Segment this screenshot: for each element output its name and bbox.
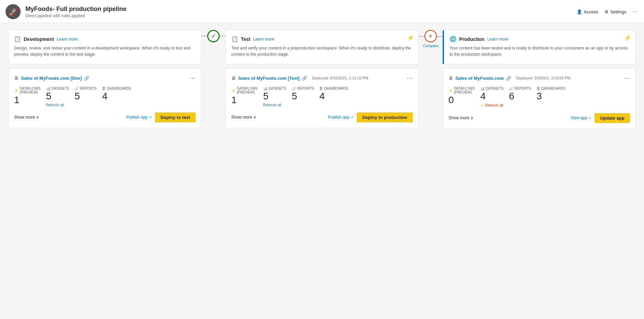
test-stage-wrapper: 📋 Test Learn more Test and verify your c… — [225, 30, 419, 128]
production-workspace-title[interactable]: Sales of MyFoods.com — [455, 76, 504, 81]
dev-deploy-button[interactable]: Deploy to test — [155, 112, 196, 122]
test-show-more[interactable]: Show more ∨ — [231, 115, 256, 120]
dev-dataflows-value: 1 — [14, 94, 20, 106]
test-description: Test and verify your content in a prepro… — [231, 45, 413, 57]
test-workspace-footer: Show more ∨ Publish app ↗ Deploy to prod… — [231, 112, 413, 122]
settings-button[interactable]: ⚙ Settings — [604, 9, 626, 14]
development-workspace-title[interactable]: Sales of MyFoods.com [Dev] — [21, 76, 82, 81]
test-workspace-menu[interactable]: ⋯ — [407, 74, 413, 82]
prod-reports-icon: 📈 — [509, 87, 513, 90]
prod-dataflows-icon: ⚡ — [448, 89, 453, 92]
pipeline-container: 📋 Development Learn more Design, review,… — [0, 23, 644, 319]
production-title: Production — [459, 36, 485, 42]
prod-workspace-icon2: 🔗 — [506, 76, 511, 81]
test-stats-row: ⚡ DATAFLOWS(preview) 1 📊 DATASETS 5 Refr… — [231, 87, 413, 107]
test-workspace-title[interactable]: Sales of MyFoods.com [Test] — [238, 76, 300, 81]
prod-workspace-icon: 🖥 — [448, 75, 453, 81]
dataflows-icon: ⚡ — [14, 89, 18, 92]
prod-dataflows-value: 0 — [448, 94, 454, 106]
prod-stat-dataflows: ⚡ DATAFLOWS(preview) 0 — [448, 87, 475, 106]
prod-external-link-icon: ↗ — [588, 116, 591, 120]
person-icon: 👤 — [577, 9, 582, 14]
prod-reports-value: 6 — [509, 90, 514, 102]
production-learn-more[interactable]: Learn more — [487, 37, 508, 42]
development-workspace-header: 🖥 Sales of MyFoods.com [Dev] 🔗 ⋯ — [14, 74, 196, 82]
production-workspace-card: 🖥 Sales of MyFoods.com 🔗 Deployed: 5/3/2… — [443, 68, 636, 129]
deploy-success-circle: ✓ — [207, 30, 220, 42]
development-title: Development — [24, 36, 54, 42]
dev-dashboards-label: 🎛 DASHBOARDS — [102, 87, 131, 90]
production-settings-icon[interactable]: ⚡ — [624, 34, 631, 41]
header-right: 👤 Access ⚙ Settings ··· — [577, 9, 637, 15]
external-link-icon: ↗ — [149, 116, 152, 119]
prod-refresh-all[interactable]: ⚠ Refresh all — [480, 103, 503, 108]
prod-dashboards-icon: 🎛 — [536, 87, 540, 90]
production-stats-row: ⚡ DATAFLOWS(preview) 0 📊 DATASETS 4 ⚠ — [448, 87, 630, 108]
prod-show-more[interactable]: Show more ∨ — [448, 116, 474, 120]
prod-stat-dashboards: 🎛 DASHBOARDS 3 — [536, 87, 565, 102]
test-reports-value: 5 — [292, 90, 297, 102]
development-workspace-icon2: 🔗 — [84, 76, 89, 81]
compare-label[interactable]: Compare — [423, 44, 438, 48]
dev-reports-value: 5 — [75, 90, 80, 102]
datasets-icon: 📊 — [46, 87, 50, 90]
prod-dashed-left — [418, 36, 424, 37]
app-info: MyFoods- Full production pipeline Demo p… — [25, 6, 126, 18]
development-icon: 📋 — [14, 36, 21, 42]
test-workspace-icon: 🖥 — [231, 75, 236, 81]
compare-error-circle[interactable]: ✕ — [424, 30, 437, 42]
production-description: Your content has been tested and is read… — [449, 45, 630, 57]
dev-dashboards-value: 4 — [102, 90, 108, 102]
test-workspace-icon2: 🔗 — [302, 76, 307, 81]
production-workspace-header: 🖥 Sales of MyFoods.com 🔗 Deployed: 5/3/2… — [448, 74, 630, 82]
dashboards-icon: 🎛 — [102, 87, 106, 90]
prod-footer-actions: View app ↗ Update app — [570, 113, 630, 123]
test-stat-reports: 📈 REPORTS 5 — [292, 87, 314, 102]
dev-show-more[interactable]: Show more ∨ — [14, 115, 39, 120]
development-learn-more[interactable]: Learn more — [57, 37, 78, 42]
test-refresh-all[interactable]: Refresh all — [263, 103, 281, 107]
test-external-link-icon: ↗ — [351, 116, 353, 119]
dev-stat-reports: 📈 REPORTS 5 — [75, 87, 97, 102]
dev-footer-actions: Publish app ↗ Deploy to test — [126, 112, 196, 122]
test-settings-icon[interactable]: ⚡ — [407, 34, 414, 41]
test-learn-more[interactable]: Learn more — [253, 37, 274, 42]
reports-icon: 📈 — [75, 87, 79, 90]
test-workspace-card: 🖥 Sales of MyFoods.com [Test] 🔗 Deployed… — [225, 68, 419, 128]
production-header: 🌐 Production Learn more — [449, 36, 630, 42]
app-icon: 🚀 — [5, 4, 21, 19]
dev-dataflows-label: ⚡ DATAFLOWS(preview) — [14, 87, 41, 94]
test-workspace-header: 🖥 Sales of MyFoods.com [Test] 🔗 Deployed… — [231, 74, 413, 82]
test-stat-dashboards: 🎛 DASHBOARDS 4 — [319, 87, 348, 102]
development-workspace-menu[interactable]: ⋯ — [189, 74, 196, 82]
development-header: 📋 Development Learn more — [14, 36, 196, 42]
prod-stat-datasets: 📊 DATASETS 4 ⚠ Refresh all — [480, 87, 503, 108]
development-workspace-card: 🖥 Sales of MyFoods.com [Dev] 🔗 ⋯ ⚡ DATAF… — [8, 68, 201, 128]
dev-stat-datasets: 📊 DATASETS 5 Refresh all — [46, 87, 69, 107]
test-deploy-button[interactable]: Deploy to production — [357, 112, 413, 122]
dev-datasets-label: 📊 DATASETS — [46, 87, 69, 90]
production-stage-wrapper: 🌐 Production Learn more Your content has… — [443, 30, 636, 129]
test-publish-app[interactable]: Publish app ↗ — [328, 115, 354, 120]
production-workspace-menu[interactable]: ⋯ — [624, 74, 630, 82]
dashed-line-left — [200, 36, 207, 36]
access-button[interactable]: 👤 Access — [577, 9, 598, 14]
header-left: 🚀 MyFoods- Full production pipeline Demo… — [5, 4, 126, 19]
production-stage: 🌐 Production Learn more Your content has… — [443, 30, 636, 129]
dev-publish-app[interactable]: Publish app ↗ — [126, 115, 152, 120]
connector-line-1: ✓ — [200, 30, 226, 42]
test-footer-actions: Publish app ↗ Deploy to production — [328, 112, 413, 122]
prod-view-app[interactable]: View app ↗ — [570, 116, 591, 120]
dev-refresh-all[interactable]: Refresh all — [46, 103, 64, 107]
test-stat-dataflows: ⚡ DATAFLOWS(preview) 1 — [231, 87, 258, 106]
test-deployed-label: Deployed: 6/16/2021, 1:11:02 PM — [312, 76, 368, 80]
dev-reports-label: 📈 REPORTS — [75, 87, 97, 90]
more-options-icon[interactable]: ··· — [633, 9, 637, 15]
page-subtitle: Demo pipeline with rules applied — [25, 13, 126, 18]
test-dataflows-value: 1 — [231, 94, 237, 106]
test-chevron-down-icon: ∨ — [253, 115, 256, 120]
development-info-card: 📋 Development Learn more Design, review,… — [8, 30, 201, 64]
test-dashboards-icon: 🎛 — [319, 87, 323, 90]
production-icon: 🌐 — [449, 36, 456, 42]
prod-update-button[interactable]: Update app — [595, 113, 630, 123]
